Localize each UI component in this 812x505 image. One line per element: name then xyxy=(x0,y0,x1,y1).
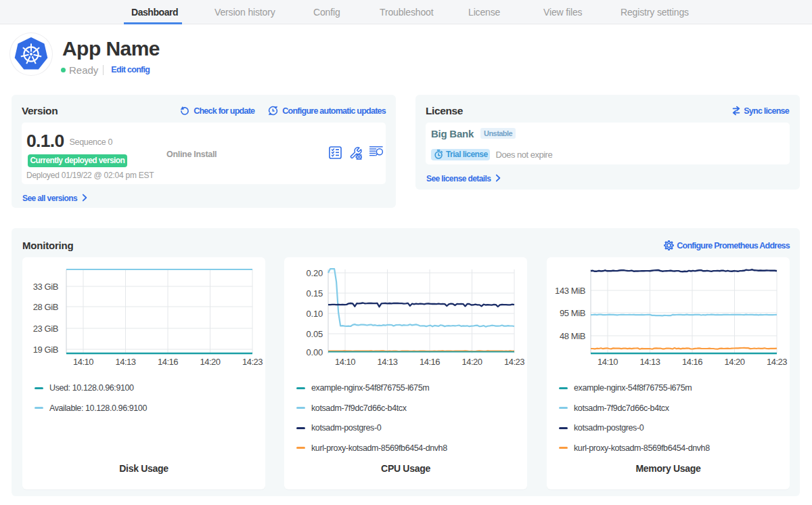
svg-text:95 MiB: 95 MiB xyxy=(560,308,585,318)
svg-text:28 GiB: 28 GiB xyxy=(33,302,58,312)
svg-text:0.20: 0.20 xyxy=(306,268,323,278)
svg-text:14:13: 14:13 xyxy=(116,357,136,367)
svg-text:14:16: 14:16 xyxy=(682,357,702,367)
svg-text:0.00: 0.00 xyxy=(306,347,323,357)
svg-text:14:16: 14:16 xyxy=(420,357,440,367)
svg-text:0.15: 0.15 xyxy=(306,288,323,299)
svg-text:19 GiB: 19 GiB xyxy=(33,345,58,355)
svg-text:14:10: 14:10 xyxy=(597,357,618,367)
svg-text:14:23: 14:23 xyxy=(242,357,263,367)
svg-text:0.10: 0.10 xyxy=(306,309,323,319)
svg-text:14:20: 14:20 xyxy=(462,357,482,367)
svg-text:33 GiB: 33 GiB xyxy=(33,282,58,292)
svg-text:14:20: 14:20 xyxy=(725,357,745,367)
svg-text:14:20: 14:20 xyxy=(200,357,221,367)
svg-text:14:13: 14:13 xyxy=(378,357,398,367)
svg-text:14:10: 14:10 xyxy=(335,357,355,367)
svg-text:14:16: 14:16 xyxy=(158,357,178,367)
svg-text:14:23: 14:23 xyxy=(767,357,787,367)
svg-text:14:23: 14:23 xyxy=(504,357,524,367)
svg-text:14:10: 14:10 xyxy=(73,357,93,367)
svg-text:143 MiB: 143 MiB xyxy=(555,286,585,296)
svg-text:23 GiB: 23 GiB xyxy=(33,324,58,334)
svg-text:48 MiB: 48 MiB xyxy=(560,331,585,341)
svg-text:14:13: 14:13 xyxy=(640,357,660,367)
svg-text:0.05: 0.05 xyxy=(306,329,323,339)
